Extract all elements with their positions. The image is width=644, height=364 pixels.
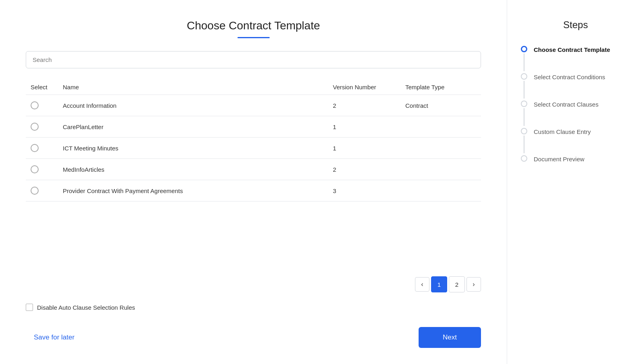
template-table: Select Name Version Number Template Type…: [26, 80, 481, 202]
template-radio-3[interactable]: [31, 144, 39, 152]
pagination: ‹ 1 2 ›: [26, 276, 481, 292]
row-select-cell[interactable]: [26, 159, 58, 180]
row-type: [400, 138, 481, 159]
row-type: Contract: [400, 95, 481, 116]
step-label-3[interactable]: Select Contract Clauses: [534, 100, 599, 109]
row-type: [400, 116, 481, 138]
step-indicator-col-3: [520, 100, 528, 127]
step-item-1: Choose Contract Template: [520, 45, 631, 72]
step-line-2: [524, 81, 524, 99]
table-row: MedInfoArticles 2: [26, 159, 481, 180]
title-underline: [237, 37, 270, 38]
step-label-4[interactable]: Custom Clause Entry: [534, 127, 591, 136]
row-version: 1: [328, 116, 400, 138]
search-input[interactable]: [26, 51, 481, 68]
actions-row: Save for later Next: [26, 327, 481, 348]
save-later-button[interactable]: Save for later: [26, 329, 83, 345]
page-title: Choose Contract Template: [26, 19, 481, 32]
row-select-cell[interactable]: [26, 138, 58, 159]
row-name: CarePlanLetter: [58, 116, 328, 138]
step-item-5: Document Preview: [520, 154, 631, 179]
step-label-2[interactable]: Select Contract Conditions: [534, 72, 605, 81]
step-label-5[interactable]: Document Preview: [534, 154, 584, 163]
sidebar: Steps Choose Contract Template Select Co…: [507, 0, 644, 364]
step-line-4: [524, 136, 524, 153]
prev-page-button[interactable]: ‹: [415, 277, 429, 292]
row-select-cell[interactable]: [26, 116, 58, 138]
table-row: Account Information 2 Contract: [26, 95, 481, 116]
template-radio-4[interactable]: [31, 165, 39, 173]
next-button[interactable]: Next: [419, 327, 481, 348]
template-radio-5[interactable]: [31, 187, 39, 195]
row-name: Account Information: [58, 95, 328, 116]
table-row: Provider Contract With Payment Agreement…: [26, 180, 481, 202]
row-type: [400, 159, 481, 180]
row-type: [400, 180, 481, 202]
col-header-version: Version Number: [328, 80, 400, 95]
step-circle-4: [521, 128, 527, 134]
col-header-select: Select: [26, 80, 58, 95]
next-page-button[interactable]: ›: [466, 277, 481, 292]
disable-auto-clause-label: Disable Auto Clause Selection Rules: [37, 304, 135, 311]
row-select-cell[interactable]: [26, 180, 58, 202]
step-indicator-col-5: [520, 154, 528, 162]
disable-auto-clause-checkbox[interactable]: [26, 304, 33, 311]
step-item-4: Custom Clause Entry: [520, 127, 631, 154]
step-label-1[interactable]: Choose Contract Template: [534, 45, 610, 54]
row-version: 2: [328, 95, 400, 116]
step-circle-1: [521, 46, 527, 52]
row-version: 3: [328, 180, 400, 202]
step-indicator-col-4: [520, 127, 528, 154]
col-header-type: Template Type: [400, 80, 481, 95]
template-table-container: Select Name Version Number Template Type…: [26, 80, 481, 268]
step-item-3: Select Contract Clauses: [520, 100, 631, 127]
steps-list: Choose Contract Template Select Contract…: [520, 45, 631, 179]
row-version: 1: [328, 138, 400, 159]
page-2-button[interactable]: 2: [449, 276, 465, 292]
row-version: 2: [328, 159, 400, 180]
row-name: ICT Meeting Minutes: [58, 138, 328, 159]
row-name: MedInfoArticles: [58, 159, 328, 180]
template-radio-2[interactable]: [31, 123, 39, 131]
main-content: Choose Contract Template Select Name Ver…: [0, 0, 507, 364]
step-circle-5: [521, 155, 527, 162]
row-select-cell[interactable]: [26, 95, 58, 116]
template-radio-1[interactable]: [31, 101, 39, 109]
auto-clause-row: Disable Auto Clause Selection Rules: [26, 304, 481, 311]
table-row: CarePlanLetter 1: [26, 116, 481, 138]
step-circle-2: [521, 73, 527, 80]
table-row: ICT Meeting Minutes 1: [26, 138, 481, 159]
page-1-button[interactable]: 1: [431, 276, 447, 292]
step-line-1: [524, 53, 524, 71]
step-line-3: [524, 108, 524, 126]
step-circle-3: [521, 101, 527, 107]
col-header-name: Name: [58, 80, 328, 95]
step-indicator-col-2: [520, 72, 528, 100]
step-item-2: Select Contract Conditions: [520, 72, 631, 100]
steps-title: Steps: [520, 19, 631, 31]
step-indicator-col-1: [520, 45, 528, 72]
row-name: Provider Contract With Payment Agreement…: [58, 180, 328, 202]
